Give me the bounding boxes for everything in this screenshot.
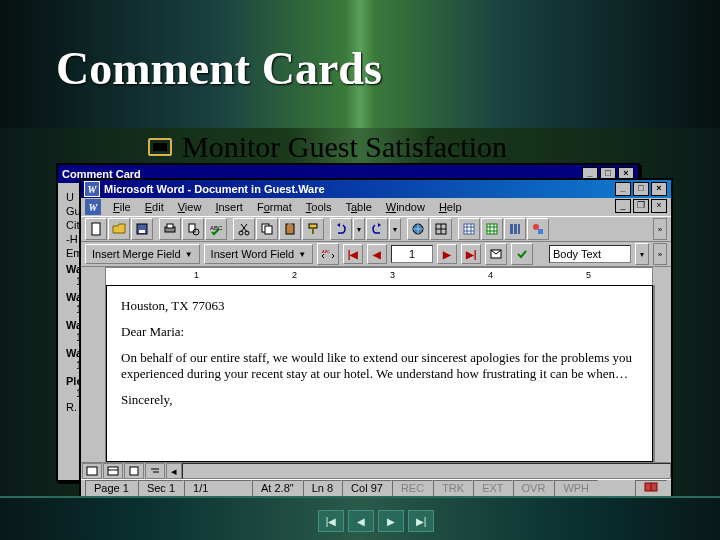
menu-tools[interactable]: Tools <box>300 200 338 214</box>
vertical-scrollbar[interactable] <box>654 285 671 462</box>
doc-minimize-button[interactable]: _ <box>615 199 631 213</box>
spelling-button[interactable]: ABC <box>205 218 227 240</box>
insert-merge-field-button[interactable]: Insert Merge Field▼ <box>85 244 200 264</box>
mailmerge-more-button[interactable]: » <box>653 243 667 265</box>
svg-rect-22 <box>518 224 520 234</box>
toolbar-more-button[interactable]: » <box>653 218 667 240</box>
menu-insert[interactable]: Insert <box>209 200 249 214</box>
slide-title: Comment Cards <box>56 46 382 92</box>
word-app-icon: W <box>84 181 100 197</box>
view-hscroll-row: ◂ <box>81 462 671 479</box>
word-window: W Microsoft Word - Document in Guest.War… <box>79 178 673 500</box>
menu-file[interactable]: File <box>107 200 137 214</box>
slide-first-button[interactable]: |◀ <box>318 510 344 532</box>
menu-format[interactable]: Format <box>251 200 298 214</box>
redo-button[interactable] <box>366 218 388 240</box>
svg-text:ABC: ABC <box>322 249 330 254</box>
prev-record-button[interactable]: ◀ <box>367 244 387 264</box>
undo-button[interactable] <box>330 218 352 240</box>
svg-rect-28 <box>108 467 118 475</box>
ruler-row: 1 2 3 4 5 <box>81 267 671 285</box>
columns-button[interactable] <box>504 218 526 240</box>
monitor-icon <box>148 138 172 156</box>
standard-toolbar: ABC ▾ ▾ » <box>81 216 671 242</box>
style-dropdown-button[interactable]: ▾ <box>635 243 649 265</box>
drawing-button[interactable] <box>527 218 549 240</box>
menu-view[interactable]: View <box>172 200 208 214</box>
last-record-button[interactable]: ▶| <box>461 244 481 264</box>
doc-restore-button[interactable]: ❐ <box>633 199 649 213</box>
svg-rect-12 <box>286 224 294 234</box>
printlayout-view-button[interactable] <box>124 463 144 479</box>
new-doc-button[interactable] <box>85 218 107 240</box>
insert-table-button[interactable] <box>458 218 480 240</box>
slide-last-button[interactable]: ▶| <box>408 510 434 532</box>
hscroll-left-button[interactable]: ◂ <box>166 463 182 479</box>
ruler-mark-5: 5 <box>586 270 591 280</box>
tables-borders-button[interactable] <box>430 218 452 240</box>
weblayout-view-button[interactable] <box>103 463 123 479</box>
horizontal-ruler[interactable]: 1 2 3 4 5 <box>105 267 653 287</box>
outline-view-button[interactable] <box>145 463 165 479</box>
insert-word-field-button[interactable]: Insert Word Field▼ <box>204 244 313 264</box>
svg-rect-2 <box>139 230 145 233</box>
open-button[interactable] <box>108 218 130 240</box>
word-doc-icon[interactable]: W <box>85 199 101 215</box>
slide-prev-button[interactable]: ◀ <box>348 510 374 532</box>
mailmerge-helper-button[interactable] <box>485 243 507 265</box>
view-merged-button[interactable]: ABC <box>317 243 339 265</box>
first-record-button[interactable]: |◀ <box>343 244 363 264</box>
copy-button[interactable] <box>256 218 278 240</box>
style-selector[interactable]: Body Text <box>549 245 631 263</box>
document-area: Houston, TX 77063 Dear Maria: On behalf … <box>81 285 671 462</box>
doc-close-button[interactable]: × <box>651 199 667 213</box>
word-window-controls: _ □ × <box>615 182 667 196</box>
menu-window[interactable]: Window <box>380 200 431 214</box>
horizontal-scrollbar[interactable] <box>182 463 671 479</box>
svg-rect-5 <box>189 224 195 232</box>
document-page[interactable]: Houston, TX 77063 Dear Maria: On behalf … <box>106 285 653 462</box>
svg-rect-15 <box>312 228 314 234</box>
hyperlink-button[interactable] <box>407 218 429 240</box>
print-preview-button[interactable] <box>182 218 204 240</box>
word-titlebar[interactable]: W Microsoft Word - Document in Guest.War… <box>81 180 671 198</box>
redo-dropdown-button[interactable]: ▾ <box>389 218 401 240</box>
menu-help[interactable]: Help <box>433 200 468 214</box>
svg-rect-11 <box>265 226 272 234</box>
check-errors-button[interactable] <box>511 243 533 265</box>
ruler-corner <box>81 267 105 287</box>
format-painter-button[interactable] <box>302 218 324 240</box>
vertical-ruler[interactable] <box>81 285 106 462</box>
next-record-button[interactable]: ▶ <box>437 244 457 264</box>
normal-view-button[interactable] <box>82 463 102 479</box>
doc-salutation: Dear Maria: <box>121 324 638 340</box>
svg-rect-24 <box>538 229 543 234</box>
ruler-mark-1: 1 <box>194 270 199 280</box>
ruler-mark-2: 2 <box>292 270 297 280</box>
bullet-text: Monitor Guest Satisfaction <box>182 132 507 162</box>
menu-edit[interactable]: Edit <box>139 200 170 214</box>
save-button[interactable] <box>131 218 153 240</box>
word-close-button[interactable]: × <box>651 182 667 196</box>
svg-rect-13 <box>288 223 292 225</box>
record-number-field[interactable]: 1 <box>391 245 433 263</box>
slide-next-button[interactable]: ▶ <box>378 510 404 532</box>
svg-rect-19 <box>487 224 497 234</box>
svg-rect-0 <box>92 223 100 235</box>
cut-button[interactable] <box>233 218 255 240</box>
undo-dropdown-button[interactable]: ▾ <box>353 218 365 240</box>
print-button[interactable] <box>159 218 181 240</box>
svg-rect-20 <box>510 224 513 234</box>
svg-rect-14 <box>309 224 317 228</box>
menu-table[interactable]: Table <box>339 200 377 214</box>
doc-closing: Sincerely, <box>121 392 638 408</box>
bullet-row: Monitor Guest Satisfaction <box>148 132 507 162</box>
excel-button[interactable] <box>481 218 503 240</box>
paste-button[interactable] <box>279 218 301 240</box>
ruler-mark-4: 4 <box>488 270 493 280</box>
word-maximize-button[interactable]: □ <box>633 182 649 196</box>
doc-window-controls: _ ❐ × <box>615 199 667 213</box>
word-minimize-button[interactable]: _ <box>615 182 631 196</box>
ruler-mark-3: 3 <box>390 270 395 280</box>
slide: Comment Cards Monitor Guest Satisfaction… <box>0 0 720 540</box>
